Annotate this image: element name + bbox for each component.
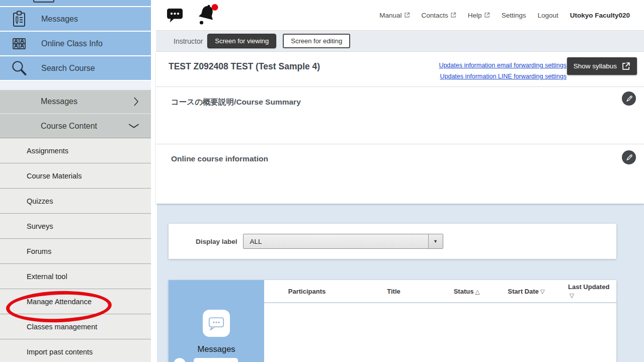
edit-course-summary-button[interactable] bbox=[622, 92, 636, 106]
menu-item-settings[interactable]: Settings bbox=[502, 12, 526, 19]
sidebar-item-external-tool[interactable]: External tool bbox=[0, 264, 151, 289]
external-link-icon bbox=[404, 12, 410, 18]
sidebar-item-forums[interactable]: Forums bbox=[0, 239, 151, 264]
search-icon bbox=[11, 59, 28, 77]
sidebar-section-messages[interactable]: Messages bbox=[0, 90, 151, 114]
column-label: Title bbox=[387, 288, 400, 295]
course-title: TEST Z092408 TEST (Test Sample 4) bbox=[169, 61, 320, 72]
sidebar-spacer bbox=[0, 81, 151, 90]
sort-desc-icon[interactable]: ▽ bbox=[540, 289, 545, 295]
column-header-participants: Participants bbox=[264, 288, 350, 295]
tab-screen-for-editing[interactable]: Screen for editing bbox=[283, 34, 350, 48]
external-link-icon bbox=[484, 12, 490, 18]
sidebar: Messages Online Class Info Searc bbox=[0, 0, 151, 362]
sidebar-item-label: Messages bbox=[41, 15, 78, 24]
sidebar-item-messages-top[interactable]: Messages bbox=[0, 7, 151, 32]
messages-board-card: Messages Participants Title Status△ Star… bbox=[169, 280, 616, 362]
external-link-icon bbox=[450, 12, 456, 18]
sidebar-item-surveys[interactable]: Surveys bbox=[0, 214, 151, 239]
online-course-info-title: Online course information bbox=[171, 154, 268, 163]
sidebar-item-classes-management[interactable]: Classes management bbox=[0, 314, 151, 339]
tab-screen-for-viewing[interactable]: Screen for viewing bbox=[207, 34, 276, 48]
sidebar-item-online-class-info[interactable]: Online Class Info bbox=[0, 32, 151, 56]
sidebar-section-label: Course Content bbox=[41, 122, 97, 131]
external-link-icon bbox=[622, 62, 630, 70]
table-header-row: Participants Title Status△ Start Date▽ L… bbox=[264, 280, 616, 303]
clipboard-icon bbox=[11, 10, 28, 28]
selected-option: ALL bbox=[250, 238, 262, 245]
sidebar-item-label: Quizzes bbox=[27, 197, 53, 205]
menu-item-contacts[interactable]: Contacts bbox=[422, 12, 456, 19]
show-syllabus-label: Show syllabus bbox=[574, 62, 617, 70]
edit-online-course-info-button[interactable] bbox=[622, 150, 636, 164]
sidebar-item-search-course[interactable]: Search Course bbox=[0, 56, 151, 81]
course-summary-section: コースの概要説明/Course Summary bbox=[156, 87, 644, 144]
pencil-icon bbox=[625, 154, 633, 161]
email-forwarding-link[interactable]: Updates information email forwarding set… bbox=[439, 60, 567, 71]
messages-category-tile[interactable]: Messages bbox=[169, 280, 264, 362]
menu-label: Settings bbox=[502, 12, 526, 19]
menu-label: Logout bbox=[537, 12, 558, 19]
column-label: Status bbox=[454, 288, 474, 295]
column-header-status[interactable]: Status△ bbox=[438, 288, 496, 295]
tile-partial-circle bbox=[174, 358, 186, 362]
sort-asc-icon[interactable]: △ bbox=[475, 289, 479, 295]
show-syllabus-button[interactable]: Show syllabus bbox=[567, 57, 637, 75]
sidebar-section-course-content[interactable]: Course Content bbox=[0, 114, 151, 138]
menu-item-manual[interactable]: Manual bbox=[379, 12, 410, 19]
line-forwarding-link[interactable]: Updates information LINE forwarding sett… bbox=[439, 71, 567, 82]
chevron-down-icon bbox=[129, 124, 139, 128]
column-header-last-updated[interactable]: Last Updated ▽ bbox=[557, 283, 616, 300]
column-label: Last Updated bbox=[568, 283, 609, 291]
column-header-start-date[interactable]: Start Date▽ bbox=[496, 288, 557, 295]
message-bubble-icon bbox=[203, 310, 230, 337]
partial-icon bbox=[33, 0, 54, 3]
sidebar-item-label: Classes management bbox=[27, 323, 97, 331]
table-body-empty bbox=[264, 303, 616, 362]
course-header: TEST Z092408 TEST (Test Sample 4) Update… bbox=[156, 52, 644, 87]
course-panel: TEST Z092408 TEST (Test Sample 4) Update… bbox=[156, 52, 644, 204]
sidebar-item-label: Surveys bbox=[27, 222, 53, 230]
sidebar-item-label: External tool bbox=[27, 273, 67, 281]
class-grid-icon bbox=[11, 35, 28, 53]
sidebar-item-quizzes[interactable]: Quizzes bbox=[0, 189, 151, 214]
messages-table: Participants Title Status△ Start Date▽ L… bbox=[264, 280, 616, 362]
bell-icon[interactable] bbox=[196, 3, 219, 26]
sidebar-item-label: Manage Attendance bbox=[27, 298, 92, 306]
sort-desc-icon[interactable]: ▽ bbox=[570, 293, 574, 299]
pencil-icon bbox=[625, 95, 633, 103]
sidebar-item-label: Online Class Info bbox=[41, 39, 103, 48]
menu-label: Manual bbox=[379, 12, 401, 19]
chevron-right-icon bbox=[134, 97, 139, 106]
chat-icon[interactable] bbox=[167, 9, 183, 23]
menu-item-logout[interactable]: Logout bbox=[537, 12, 558, 19]
role-label: Instructor bbox=[174, 37, 203, 45]
sidebar-item-partial[interactable] bbox=[0, 0, 151, 7]
topbar: Manual Contacts Help Settings Logout Uto… bbox=[151, 0, 644, 30]
sidebar-item-course-materials[interactable]: Course Materials bbox=[0, 163, 151, 189]
display-label-card: Display label ALL ▼ bbox=[169, 224, 616, 259]
display-label-select[interactable]: ALL ▼ bbox=[243, 234, 443, 249]
menu-item-help[interactable]: Help bbox=[468, 12, 490, 19]
column-label: Participants bbox=[288, 288, 326, 295]
sidebar-item-assignments[interactable]: Assignments bbox=[0, 138, 151, 163]
sidebar-item-label: Course Materials bbox=[27, 172, 82, 180]
display-label-text: Display label bbox=[196, 238, 237, 245]
current-user: Utokyo Faculty020 bbox=[570, 12, 630, 19]
forwarding-links: Updates information email forwarding set… bbox=[439, 60, 567, 82]
menu-label: Contacts bbox=[422, 12, 448, 19]
tile-partial-button bbox=[194, 358, 238, 362]
column-label: Start Date bbox=[508, 288, 538, 295]
view-tabbar: Instructor Screen for viewing Screen for… bbox=[156, 30, 644, 52]
dropdown-arrow-icon: ▼ bbox=[428, 234, 443, 248]
sidebar-item-manage-attendance[interactable]: Manage Attendance bbox=[0, 289, 151, 314]
sidebar-section-label: Messages bbox=[41, 97, 77, 106]
sidebar-item-label: Search Course bbox=[41, 64, 95, 73]
notification-dot bbox=[212, 4, 218, 11]
menu-label: Help bbox=[468, 12, 482, 19]
online-course-info-section: Online course information bbox=[156, 144, 644, 203]
tile-label: Messages bbox=[169, 344, 264, 354]
sidebar-item-import-past-contents[interactable]: Import past contents bbox=[0, 339, 151, 362]
topbar-menu: Manual Contacts Help Settings Logout Uto… bbox=[379, 0, 630, 30]
column-header-title: Title bbox=[350, 288, 438, 295]
